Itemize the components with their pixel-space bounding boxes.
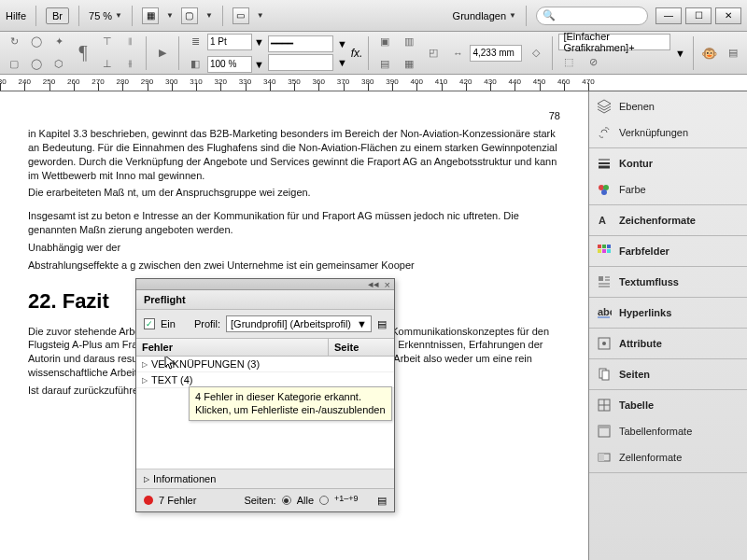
fx-icon[interactable]: fx. [351, 47, 363, 60]
wrap2-icon[interactable]: ▤ [374, 54, 395, 75]
clear-icon[interactable]: ⊘ [583, 52, 603, 73]
panel-farbe[interactable]: Farbe [589, 176, 747, 203]
menu-icon[interactable]: ▤ [723, 43, 743, 63]
chevron-down-icon: ▼ [509, 11, 516, 20]
error-count: 7 Fehler [159, 495, 196, 506]
panel-hyperlinks[interactable]: abcHyperlinks [589, 300, 747, 326]
panel-textumfluss[interactable]: Textumfluss [589, 269, 747, 295]
error-dot-icon [144, 496, 153, 505]
status-bar: 7 Fehler Seiten: Alle +1–+9 ▤ [136, 488, 394, 511]
bridge-button[interactable]: Br [46, 7, 69, 24]
workspace-dropdown[interactable]: Grundlagen ▼ [453, 10, 516, 21]
stroke-icon: ≣ [185, 32, 205, 52]
pages-label: Seiten: [244, 495, 275, 506]
horizontal-ruler: 2302402502602702802903003103203303403503… [0, 75, 747, 91]
svg-rect-30 [599, 454, 604, 461]
width-field[interactable]: 4,233 mm [470, 45, 522, 62]
wrap4-icon[interactable]: ▦ [399, 54, 419, 75]
svg-rect-10 [598, 249, 601, 253]
panel-ebenen[interactable]: Ebenen [589, 93, 747, 119]
panel-farbfelder[interactable]: Farbfelder [589, 238, 747, 264]
separator [132, 6, 133, 26]
on-label: Ein [161, 318, 176, 329]
col-page-header: Seite [329, 339, 394, 356]
svg-rect-12 [607, 249, 611, 253]
separator [78, 6, 79, 26]
distribute2-icon[interactable]: ⫵ [120, 54, 140, 75]
svg-point-21 [602, 342, 606, 345]
panel-seiten[interactable]: Seiten [589, 361, 747, 387]
fill-field[interactable] [268, 54, 333, 71]
preflight-on-checkbox[interactable]: ✓ [144, 318, 155, 329]
arrange-icon[interactable]: ▭ [233, 7, 249, 24]
chevron-down-icon: ▼ [115, 11, 122, 20]
panel-kontur[interactable]: Kontur [589, 150, 747, 176]
quick-apply-icon[interactable]: 🐵 [701, 46, 717, 61]
svg-rect-7 [598, 245, 601, 248]
separator [35, 6, 36, 26]
panel-attribute[interactable]: Attribute [589, 330, 747, 357]
profile-menu-icon[interactable]: ▤ [377, 318, 387, 330]
clear-override-icon[interactable]: ⬚ [558, 52, 579, 73]
panel-header-controls: ◂◂ × [136, 279, 394, 290]
object-style-field[interactable]: [Einfacher Grafikrahmen]+ [558, 34, 670, 50]
play-icon[interactable]: ▶ [152, 43, 173, 63]
search-icon: 🔍 [543, 9, 556, 21]
right-panel-dock: Ebenen Verknüpfungen Kontur Farbe AZeich… [588, 91, 747, 560]
control-toolbar: ↻ ◯ ✦ ▢ ◯ ⬡ ¶ ⊤ ⫴ ⊥ ⫵ ▶ ≣1 Pt▼ ◧100 %▼ ━… [0, 32, 747, 75]
page-number: 78 [28, 110, 560, 121]
svg-rect-8 [602, 245, 606, 248]
panel-zeichenformate[interactable]: AZeichenformate [589, 207, 747, 233]
align2-icon[interactable]: ⊥ [97, 54, 118, 75]
svg-rect-9 [607, 245, 611, 248]
panel-verknuepfungen[interactable]: Verknüpfungen [589, 119, 747, 146]
stroke-style-field[interactable]: ━━━━ [268, 35, 333, 52]
polygon-icon[interactable]: ⬡ [49, 54, 69, 75]
maximize-button[interactable]: ☐ [685, 7, 712, 24]
align-icon[interactable]: ⊤ [97, 32, 118, 52]
separator [526, 6, 527, 26]
stroke-weight-field[interactable]: 1 Pt [207, 34, 252, 50]
view-options-icon[interactable]: ▦ [142, 7, 159, 24]
collapse-icon[interactable]: ◂◂ [368, 278, 379, 290]
distribute-icon[interactable]: ⫴ [120, 32, 140, 52]
panel-menu-icon[interactable]: ▤ [377, 495, 387, 507]
minimize-button[interactable]: — [655, 7, 682, 24]
panel-title: Preflight [136, 290, 394, 310]
error-list[interactable]: ▷VERKNÜPFUNGEN (3) ▷TEXT (4) 4 Fehler in… [136, 357, 394, 469]
separator [222, 6, 223, 26]
circle-icon[interactable]: ◯ [26, 32, 47, 52]
pages-range-field[interactable]: +1–+9 [334, 494, 372, 507]
square-icon[interactable]: ▢ [4, 54, 24, 75]
panel-tabellenformate[interactable]: Tabellenformate [589, 418, 747, 444]
zoom-dropdown[interactable]: 75 %▼ [89, 10, 122, 21]
preflight-panel: ◂◂ × Preflight ✓ Ein Profil: [Grundprofi… [135, 278, 395, 512]
top-menu-bar: Hilfe Br 75 %▼ ▦▼ ▢▼ ▭▼ Grundlagen ▼ 🔍 —… [0, 0, 747, 32]
pages-range-radio[interactable] [319, 496, 329, 505]
pages-all-radio[interactable] [282, 496, 291, 505]
corner-icon[interactable]: ◇ [526, 43, 546, 63]
star-icon[interactable]: ✦ [49, 32, 69, 52]
wrap3-icon[interactable]: ▥ [399, 32, 419, 52]
svg-point-5 [601, 189, 607, 195]
rotate-icon[interactable]: ↻ [4, 32, 24, 52]
search-input[interactable]: 🔍 [536, 7, 648, 25]
error-row-links[interactable]: ▷VERKNÜPFUNGEN (3) [136, 357, 394, 372]
close-panel-icon[interactable]: × [385, 279, 390, 290]
screen-mode-icon[interactable]: ▢ [181, 7, 198, 24]
help-menu[interactable]: Hilfe [6, 10, 26, 21]
paragraph-icon[interactable]: ¶ [73, 43, 93, 63]
info-row[interactable]: ▷Informationen [136, 469, 394, 488]
profile-dropdown[interactable]: [Grundprofil] (Arbeitsprofil)▼ [226, 315, 372, 332]
oval-icon[interactable]: ◯ [26, 54, 47, 75]
panel-tabelle[interactable]: Tabelle [589, 392, 747, 418]
svg-text:abc: abc [598, 306, 612, 317]
tint-icon: ◧ [185, 54, 205, 75]
panel-zellenformate[interactable]: Zellenformate [589, 444, 747, 470]
close-button[interactable]: ✕ [715, 7, 741, 24]
wrap-icon[interactable]: ▣ [374, 32, 395, 52]
svg-rect-13 [599, 276, 603, 281]
svg-rect-23 [602, 371, 609, 380]
crop-icon[interactable]: ◰ [423, 43, 444, 63]
tint-field[interactable]: 100 % [207, 56, 252, 73]
